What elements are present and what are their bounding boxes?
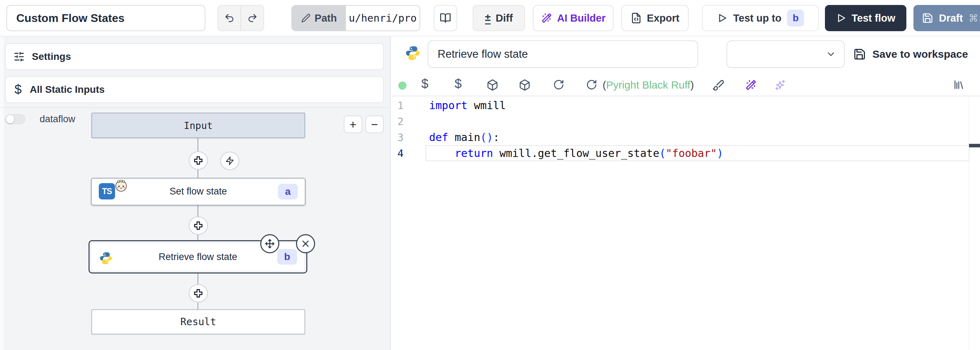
- top-toolbar: Path u/henri/pro ± Diff AI Builder Expor…: [0, 0, 980, 37]
- library-icon[interactable]: [953, 79, 964, 90]
- docs-button[interactable]: [434, 5, 457, 31]
- export-button[interactable]: Export: [621, 5, 689, 31]
- format-brush-icon[interactable]: [712, 79, 724, 91]
- dataflow-label: dataflow: [40, 114, 75, 125]
- line-number: 4: [391, 147, 404, 160]
- wand-sparkles-icon: [541, 13, 552, 24]
- line-content: return wmill.get_flow_user_state("foobar…: [429, 147, 723, 160]
- line-content: import wmill: [429, 99, 506, 112]
- set-state-step-badge: a: [278, 184, 298, 200]
- dollar-icon: $: [13, 82, 23, 97]
- insert-step-button[interactable]: [189, 216, 208, 235]
- section-divider: [0, 107, 390, 108]
- play-icon: [717, 13, 727, 23]
- export-label: Export: [647, 13, 679, 24]
- close-icon: [301, 239, 310, 248]
- flow-node-set-state[interactable]: TS Set flow state a: [91, 178, 305, 205]
- settings-button[interactable]: Settings: [5, 43, 384, 70]
- minus-icon: −: [371, 118, 378, 130]
- step-editor-panel: Save to workspace $ $ (Pyright Black Ruf…: [391, 37, 980, 350]
- retrieve-state-label: Retrieve flow state: [159, 251, 237, 262]
- all-static-inputs-button[interactable]: $ All Static Inputs: [5, 76, 384, 103]
- test-flow-button[interactable]: Test flow: [825, 5, 906, 31]
- package-icon[interactable]: [487, 79, 498, 91]
- code-line[interactable]: 1import wmill: [391, 97, 969, 113]
- ai-builder-button[interactable]: AI Builder: [533, 5, 614, 31]
- save-icon: [922, 13, 933, 24]
- dollar-icon[interactable]: $: [455, 77, 462, 91]
- path-value: u/henri/pro: [346, 6, 420, 30]
- plus-icon: +: [350, 118, 356, 130]
- undo-redo-group: [217, 5, 264, 31]
- file-code-icon: [630, 13, 642, 24]
- reload-icon[interactable]: [553, 79, 564, 90]
- cross-plus-icon: [193, 221, 203, 231]
- flow-name-input[interactable]: [6, 5, 205, 31]
- retrieve-state-step-badge: b: [277, 249, 297, 265]
- path-label-segment: Path: [292, 6, 346, 30]
- book-open-icon: [440, 13, 451, 24]
- code-lines: 1import wmill23def main():4 return wmill…: [391, 97, 969, 161]
- move-icon: [265, 239, 275, 249]
- python-icon: [99, 251, 113, 265]
- code-line[interactable]: 4 return wmill.get_flow_user_state("foob…: [391, 145, 969, 161]
- diff-icon: ±: [485, 12, 491, 24]
- draft-save-button[interactable]: Draft ⌘S: [913, 5, 980, 31]
- toggle-knob: [6, 115, 14, 123]
- path-button[interactable]: Path u/henri/pro: [291, 5, 420, 31]
- code-editor[interactable]: 1import wmill23def main():4 return wmill…: [391, 97, 969, 161]
- reload-icon[interactable]: [586, 79, 597, 90]
- add-trigger-button[interactable]: [220, 152, 239, 170]
- diff-label: Diff: [496, 13, 513, 24]
- input-node-label: Input: [184, 120, 212, 131]
- package-icon[interactable]: [519, 79, 531, 91]
- ai-wand-icon[interactable]: [745, 79, 757, 91]
- chevron-down-icon: [826, 49, 836, 59]
- status-dot: [398, 82, 406, 89]
- undo-icon: [224, 13, 235, 23]
- settings-label: Settings: [32, 51, 71, 62]
- flow-graph-panel: Settings $ All Static Inputs dataflow In…: [0, 37, 390, 350]
- undo-button[interactable]: [218, 6, 240, 30]
- language-select[interactable]: [727, 40, 845, 68]
- python-icon: [405, 45, 421, 61]
- code-line[interactable]: 3def main():: [391, 129, 969, 145]
- dataflow-toggle[interactable]: [5, 114, 25, 124]
- delete-step-button[interactable]: [296, 234, 315, 253]
- language-servers-status: (Pyright Black Ruff): [603, 79, 694, 91]
- line-number: 1: [391, 99, 404, 112]
- insert-step-button[interactable]: [189, 284, 208, 302]
- set-state-label: Set flow state: [92, 186, 305, 197]
- flow-node-result[interactable]: Result: [91, 309, 305, 334]
- redo-icon: [247, 13, 258, 23]
- insert-step-button[interactable]: [189, 151, 208, 170]
- step-name-input[interactable]: [428, 40, 698, 68]
- move-step-button[interactable]: [260, 234, 279, 253]
- ai-builder-label: AI Builder: [557, 13, 606, 24]
- overview-ruler[interactable]: [969, 96, 969, 350]
- overview-ruler-cursor-marker: [969, 144, 980, 147]
- flow-node-input[interactable]: Input: [91, 113, 305, 138]
- dollar-icon[interactable]: $: [421, 77, 428, 91]
- line-number: 3: [391, 131, 404, 144]
- test-up-to-button[interactable]: Test up to b: [702, 5, 819, 31]
- sparkles-icon[interactable]: [774, 79, 786, 91]
- editor-toolbar-divider: [391, 96, 980, 96]
- diff-button[interactable]: ± Diff: [473, 5, 525, 31]
- zoom-in-button[interactable]: +: [344, 115, 362, 133]
- result-node-label: Result: [180, 316, 216, 328]
- windmill-flow-editor: Path u/henri/pro ± Diff AI Builder Expor…: [0, 0, 980, 350]
- test-up-to-step-badge: b: [787, 10, 804, 27]
- cross-plus-icon: [193, 288, 203, 298]
- path-label: Path: [315, 13, 337, 24]
- sliders-icon: [13, 51, 25, 62]
- pencil-icon: [301, 13, 310, 23]
- redo-button[interactable]: [240, 6, 263, 30]
- save-to-workspace-button[interactable]: Save to workspace: [851, 43, 970, 65]
- line-number: 2: [391, 115, 404, 128]
- zoom-out-button[interactable]: −: [365, 115, 384, 133]
- code-line[interactable]: 2: [391, 113, 969, 129]
- static-inputs-label: All Static Inputs: [30, 84, 105, 95]
- draft-label: Draft: [939, 13, 963, 24]
- line-content: def main():: [429, 131, 500, 144]
